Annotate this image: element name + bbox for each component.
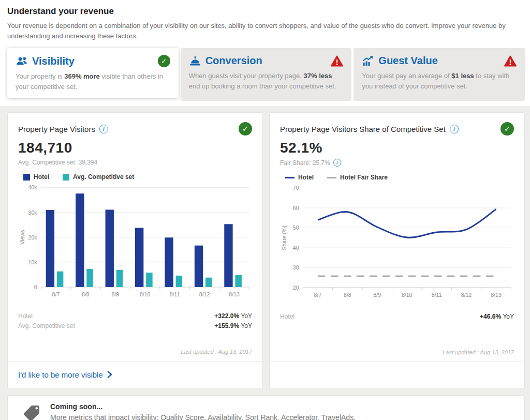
warning-icon	[331, 55, 343, 67]
check-icon: ✓	[239, 122, 252, 136]
svg-text:Share (%): Share (%)	[282, 226, 288, 250]
compset-swatch	[63, 174, 69, 181]
chevron-right-icon	[107, 371, 112, 378]
svg-text:30: 30	[293, 264, 299, 271]
check-icon: ✓	[158, 55, 170, 67]
trend-chart-icon	[362, 56, 374, 66]
svg-text:20k: 20k	[28, 234, 38, 241]
share-line-chart: 2030405060708/78/88/98/108/118/128/13Sha…	[280, 183, 514, 307]
svg-text:70: 70	[293, 185, 299, 191]
legend-item-hotel: Hotel	[23, 173, 49, 181]
legend-item-fair-share: Hotel Fair Share	[327, 174, 388, 181]
info-icon[interactable]: i	[99, 125, 108, 133]
svg-text:40: 40	[293, 245, 299, 251]
coming-soon-text: More metrics that impact visibility: Qua…	[50, 413, 356, 420]
svg-text:8/10: 8/10	[140, 291, 151, 297]
share-substat: Fair Share: 25.7%i	[280, 159, 514, 167]
tab-guest-value[interactable]: Guest Value ✓ Your guest pay an average …	[354, 48, 525, 101]
tab-conversion[interactable]: Conversion ✓ When guests visit your prop…	[181, 48, 352, 101]
svg-text:20: 20	[293, 284, 299, 291]
svg-text:8/12: 8/12	[199, 291, 210, 297]
svg-text:0: 0	[34, 284, 37, 290]
visitors-substat: Avg. Competitive set: 39,394	[18, 159, 252, 166]
hotel-swatch	[23, 174, 30, 181]
top-section: Understand your revenue Your revenue is …	[0, 0, 530, 106]
last-updated: Last updated : Aug 13, 2017	[280, 346, 514, 355]
legend-item-hotel: Hotel	[285, 174, 314, 181]
svg-text:8/7: 8/7	[314, 292, 322, 298]
tab-description: When guests visit your property page, 37…	[189, 71, 344, 91]
svg-text:60: 60	[293, 205, 299, 211]
svg-text:8/10: 8/10	[402, 292, 413, 298]
tab-label: Guest Value	[378, 55, 438, 67]
coming-soon-title: Coming soon...	[50, 402, 356, 411]
svg-text:40k: 40k	[28, 184, 38, 190]
legend-item-compset: Avg. Competitive set	[63, 173, 134, 181]
svg-text:8/11: 8/11	[432, 292, 442, 298]
tab-label: Conversion	[205, 55, 262, 67]
visitors-bar-chart: 010k20k30k40k8/78/88/98/108/118/128/13Vi…	[18, 183, 252, 306]
svg-text:30k: 30k	[28, 209, 38, 216]
warning-icon	[504, 55, 517, 67]
tab-description: Your guest pay an average of $1 less to …	[362, 71, 517, 91]
info-icon[interactable]: i	[450, 125, 459, 133]
page-subtitle: Your revenue is dependent on a combinati…	[7, 21, 517, 41]
svg-text:8/8: 8/8	[82, 291, 90, 297]
tag-icon	[22, 404, 41, 420]
info-icon[interactable]: i	[333, 159, 341, 167]
charts-row: Property Page Visitors i ✓ 184,710 Avg. …	[0, 106, 530, 389]
tab-visibility[interactable]: Visibility ✓ Your property is 369% more …	[7, 48, 179, 98]
tab-label: Visibility	[32, 55, 75, 67]
svg-text:8/9: 8/9	[111, 291, 119, 297]
metric-tabs: Visibility ✓ Your property is 369% more …	[7, 48, 525, 101]
svg-text:8/7: 8/7	[52, 291, 60, 297]
visitors-total: 184,710	[18, 140, 252, 156]
empty-footer-row	[270, 362, 524, 388]
svg-text:8/13: 8/13	[229, 291, 240, 297]
share-card: Property Page Visitors Share of Competit…	[269, 112, 525, 389]
card-footer: Hotel+46.6% YoY Last updated : Aug 13, 2…	[270, 309, 524, 362]
visitors-card: Property Page Visitors i ✓ 184,710 Avg. …	[7, 112, 263, 389]
bell-icon	[189, 56, 201, 66]
people-icon	[16, 56, 28, 66]
legend: Hotel Avg. Competitive set	[23, 173, 252, 181]
svg-text:8/13: 8/13	[491, 292, 502, 298]
card-title: Property Page Visitors Share of Competit…	[280, 125, 446, 133]
card-footer: Hotel+322.0% YoY Avg. Competitive set+15…	[8, 308, 262, 361]
tab-description: Your property is 369% more visible than …	[16, 71, 170, 92]
page-title: Understand your revenue	[7, 6, 525, 17]
coming-soon-card: Coming soon... More metrics that impact …	[7, 395, 525, 420]
svg-text:10k: 10k	[28, 259, 38, 265]
check-icon: ✓	[500, 122, 514, 136]
hotel-line-swatch	[285, 177, 295, 178]
more-visible-link[interactable]: I'd like to be more visible	[8, 361, 262, 388]
last-updated: Last updated : Aug 13, 2017	[18, 346, 252, 355]
card-title: Property Page Visitors	[18, 125, 95, 133]
svg-text:8/12: 8/12	[461, 292, 472, 298]
fair-share-line-swatch	[327, 177, 336, 178]
legend: Hotel Hotel Fair Share	[285, 174, 514, 181]
svg-text:50: 50	[293, 224, 299, 231]
share-total: 52.1%	[280, 140, 514, 156]
svg-text:8/9: 8/9	[373, 292, 381, 298]
svg-text:8/11: 8/11	[170, 291, 180, 297]
svg-text:Views: Views	[20, 230, 26, 245]
svg-text:8/8: 8/8	[344, 292, 351, 298]
